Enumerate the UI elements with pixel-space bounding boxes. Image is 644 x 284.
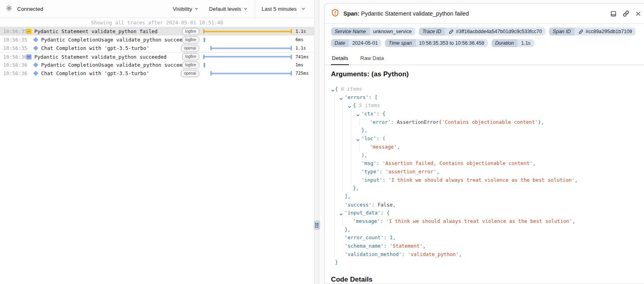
panel-divider [314, 0, 319, 284]
indent-guide [334, 184, 335, 193]
code-token: }, [361, 127, 367, 133]
code-line: 'msg': 'Assertion failed, Contains objec… [331, 159, 638, 168]
code-line: 'type': 'assertion_error', [331, 168, 638, 176]
trace-row[interactable]: 10:56:36Pydantic Statement validate_pyth… [0, 52, 314, 61]
badge-row: Service Nameunknown_serviceTrace ID#3ff1… [331, 28, 638, 36]
diamond-blue-icon [32, 38, 40, 42]
trace-row[interactable]: 10:56:35Pydantic CompletionUsage validat… [0, 36, 314, 44]
time-range-menu[interactable]: Last 5 minutes [262, 6, 305, 12]
code-token: 'loc': ( [361, 135, 385, 141]
indent-guide [351, 118, 351, 127]
square-minus-blue-icon[interactable] [25, 54, 33, 60]
indent-guide [343, 176, 343, 185]
indent-guide [334, 168, 335, 176]
attribute-badge: Service Nameunknown_service [331, 28, 415, 36]
close-icon[interactable] [635, 11, 641, 17]
trace-row[interactable]: 10:56:36Pydantic CompletionUsage validat… [0, 61, 314, 69]
trace-row[interactable]: 10:56:36Chat Completion with 'gpt-3.5-tu… [0, 69, 314, 77]
trace-message: Pydantic CompletionUsage validate_python… [40, 62, 182, 68]
arguments-heading: Arguments: (as Python) [331, 70, 638, 78]
reader-view-icon[interactable] [610, 10, 617, 17]
code-details-heading: Code Details [331, 276, 638, 284]
code-token: , [533, 160, 536, 166]
indent-guide [351, 159, 351, 168]
badge-value[interactable]: #cc89a295db1b7109 [575, 28, 636, 36]
indent-guide [334, 135, 335, 143]
code-token: , [423, 243, 426, 249]
indent-guide [334, 226, 335, 234]
indent-guide [351, 126, 351, 135]
instrumentation-tag: logfire [182, 36, 199, 44]
code-token: 'msg': [361, 160, 382, 166]
indent-guide [359, 118, 360, 127]
indent-guide [359, 143, 360, 151]
code-token: False [378, 202, 393, 208]
tab-details[interactable]: Details [331, 52, 349, 65]
grip-dots-icon [315, 223, 319, 228]
code-token: 'Assertion failed, Contains objectionabl… [382, 160, 533, 166]
trace-timestamp: 10:56:35 [0, 28, 25, 34]
square-minus-yellow-icon[interactable] [25, 29, 33, 34]
indent-guide [343, 110, 343, 118]
settings-gear-icon[interactable] [6, 5, 12, 13]
span-timeline [203, 27, 292, 36]
trace-timestamp: 10:56:36 [0, 62, 25, 68]
duration-bar [203, 31, 292, 32]
code-token: , [397, 144, 400, 150]
instrumentation-tag: logfire [182, 28, 199, 35]
panel-resize-handle[interactable] [314, 220, 320, 230]
code-line: } [331, 258, 638, 267]
visibility-menu[interactable]: Visibility [173, 6, 199, 12]
trace-list-panel: Connected Visibility Default levels Last… [0, 0, 314, 284]
indent-guide [334, 217, 335, 226]
span-detail-header: Span: Pydantic Statement validate_python… [325, 4, 644, 24]
span-timeline [203, 61, 292, 69]
code-token: , [541, 119, 544, 125]
code-token: , [575, 177, 578, 183]
diamond-blue-icon [32, 63, 40, 67]
badge-value[interactable]: #3ff16acbdde4a547b01d9c9c533fcc70 [445, 28, 545, 36]
indent-guide [334, 242, 335, 250]
indent-guide [343, 101, 343, 110]
code-token: AssertionError( [397, 119, 442, 125]
arguments-python-tree: { 6 items'errors': [{ 5 items'ctx': {'er… [331, 85, 638, 267]
code-line: 'error': AssertionError('Contains object… [331, 118, 638, 127]
code-line: 'input': 'I think we should always treat… [331, 176, 638, 185]
badge-label: Trace ID [419, 28, 445, 36]
span-attribute-badges: Service Nameunknown_serviceTrace ID#3ff1… [325, 24, 644, 52]
indent-guide [343, 126, 343, 135]
span-timeline [203, 69, 292, 77]
code-token: 'validate_python' [408, 251, 459, 257]
indent-guide [334, 126, 335, 135]
badge-label: Duration [491, 39, 517, 47]
attribute-badge: Span ID#cc89a295db1b7109 [549, 28, 636, 36]
trace-message: Pydantic Statement validate_python faile… [33, 28, 182, 34]
code-line: { 6 items [331, 85, 638, 93]
connection-status: Connected [17, 6, 43, 12]
copy-link-icon[interactable] [622, 10, 630, 17]
chevron-down-icon [301, 7, 305, 11]
span-duration: 1.1s [292, 46, 314, 51]
indent-guide [343, 159, 343, 168]
code-token: { [353, 102, 359, 108]
tab-raw-data[interactable]: Raw Data [359, 52, 384, 65]
attribute-badge: Date2024-05-01 [331, 39, 381, 47]
trace-list: 10:56:35Pydantic Statement validate_pyth… [0, 27, 314, 77]
code-token: }, [345, 226, 351, 232]
trace-row[interactable]: 10:56:35Pydantic Statement validate_pyth… [0, 27, 314, 36]
code-line: 'input_data': { [331, 209, 638, 217]
default-levels-menu[interactable]: Default levels [209, 6, 248, 12]
indent-guide [351, 151, 351, 160]
code-token: 'validation_method': [345, 251, 408, 257]
code-line: 'validation_method': 'validate_python', [331, 250, 638, 259]
trace-list-header: Connected Visibility Default levels Last… [0, 0, 314, 18]
trace-row[interactable]: 10:56:35Chat Completion with 'gpt-3.5-tu… [0, 44, 314, 52]
code-token: 'error_count': [345, 234, 390, 240]
code-token: 'success': [345, 202, 378, 208]
badge-value: unknown_service [370, 28, 416, 36]
indent-guide [351, 168, 351, 176]
instrumentation-tag: openai [181, 45, 199, 52]
span-duration: 725ms [292, 71, 314, 76]
code-line: }, [331, 226, 638, 234]
trace-timestamp: 10:56:36 [0, 70, 25, 76]
